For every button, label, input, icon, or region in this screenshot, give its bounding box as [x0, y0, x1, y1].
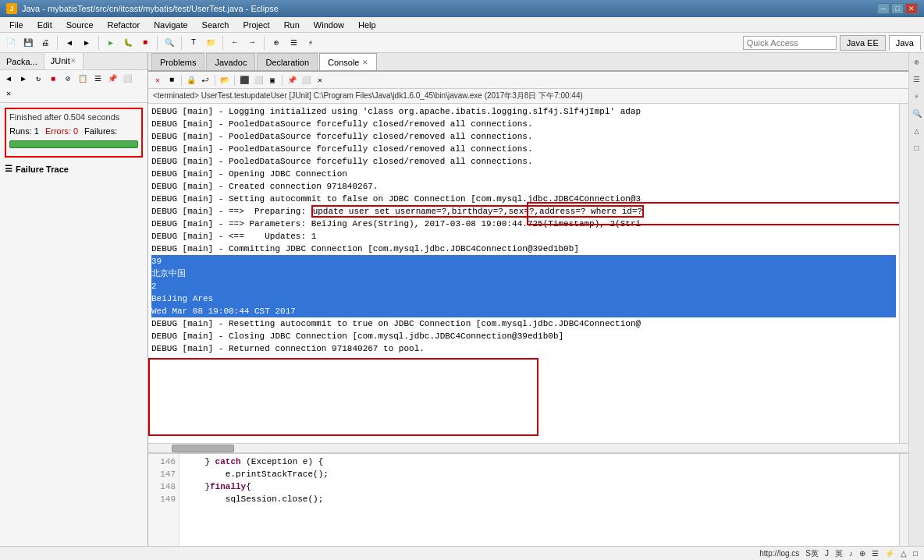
- console-line-18: DEBUG [main] - Resetting autocommit to t…: [151, 317, 896, 330]
- line-num-147: 147: [151, 468, 176, 480]
- console-clear-btn[interactable]: ✕: [151, 74, 164, 87]
- print-button[interactable]: 🖨: [37, 35, 53, 51]
- menu-refactor[interactable]: Refactor: [101, 19, 147, 31]
- console-display-btn2[interactable]: ⬜: [252, 74, 265, 87]
- junit-btn-pin[interactable]: 📌: [105, 72, 119, 86]
- java-ee-perspective-btn[interactable]: Java EE: [840, 35, 886, 51]
- console-max-btn[interactable]: ⬜: [300, 74, 312, 87]
- line-num-149: 149: [151, 493, 176, 505]
- app-window: J Java - mybatisTest/src/cn/itcast/mybat…: [0, 0, 924, 560]
- sidebar-icon-5[interactable]: △: [911, 125, 923, 137]
- console-scrollbar-h[interactable]: [148, 443, 908, 452]
- console-line-20: DEBUG [main] - Returned connection 97184…: [151, 342, 896, 355]
- code-line-147: e.printStackTrace();: [184, 468, 894, 480]
- tab-junit[interactable]: JUnit ✕: [44, 53, 84, 69]
- quick-access-input[interactable]: [743, 36, 837, 50]
- new-button[interactable]: 📄: [3, 35, 19, 51]
- tab-javadoc[interactable]: Javadoc: [206, 53, 255, 70]
- toolbar-btn-misc1[interactable]: ⊕: [268, 35, 284, 51]
- minimize-button[interactable]: ─: [877, 3, 890, 14]
- tab-declaration[interactable]: Declaration: [257, 53, 318, 70]
- title-bar-left: J Java - mybatisTest/src/cn/itcast/mybat…: [6, 3, 279, 14]
- junit-progress-bar: [9, 140, 138, 148]
- code-line-146: } catch (Exception e) {: [184, 455, 894, 468]
- java-perspective-btn[interactable]: Java: [889, 35, 921, 51]
- tab-console[interactable]: Console ✕: [319, 53, 377, 70]
- junit-btn-prev[interactable]: ◀: [2, 72, 16, 86]
- sidebar-icon-4[interactable]: 🔍: [911, 108, 923, 120]
- status-url: http://log.cs: [759, 549, 799, 558]
- left-panel-tab-bar: Packa... JUnit ✕: [0, 53, 147, 70]
- console-toolbar: ✕ ■ 🔒 ⮐ 📂 ⬛ ⬜ ▣ 📌 ⬜ ✕: [148, 72, 908, 89]
- menu-run[interactable]: Run: [278, 19, 306, 31]
- console-pin-btn[interactable]: 📌: [286, 74, 298, 87]
- menu-window[interactable]: Window: [307, 19, 350, 31]
- tab-junit-close[interactable]: ✕: [70, 57, 76, 65]
- junit-btn-layout[interactable]: ☰: [91, 72, 105, 86]
- junit-btn-hist[interactable]: 📋: [76, 72, 90, 86]
- junit-failures: Failures:: [84, 126, 117, 136]
- maximize-button[interactable]: □: [891, 3, 904, 14]
- junit-content: Finished after 0.504 seconds Runs: 1 Err…: [0, 103, 147, 546]
- open-type-button[interactable]: T: [186, 35, 201, 51]
- console-line-6: DEBUG [main] - Opening JDBC Connection: [151, 168, 896, 180]
- console-scrollbar-v[interactable]: [899, 104, 908, 443]
- menu-navigate[interactable]: Navigate: [147, 19, 194, 31]
- stop-button[interactable]: ■: [137, 35, 153, 51]
- junit-btn-refresh[interactable]: ↻: [31, 72, 45, 86]
- line-numbers: 146 147 148 149: [148, 454, 179, 546]
- tab-console-close[interactable]: ✕: [362, 58, 368, 66]
- junit-btn-next[interactable]: ▶: [16, 72, 30, 86]
- back-button[interactable]: ◀: [62, 35, 77, 51]
- junit-btn-filter[interactable]: ⊘: [61, 72, 75, 86]
- junit-btn-max[interactable]: ⬜: [120, 72, 134, 86]
- forward-button[interactable]: ▶: [79, 35, 94, 51]
- code-scrollbar-v[interactable]: [899, 454, 908, 546]
- toolbar-btn-misc3[interactable]: ⚡: [303, 35, 318, 51]
- tab-package-explorer[interactable]: Packa...: [0, 53, 44, 69]
- prev-edit-button[interactable]: ←: [227, 35, 243, 51]
- debug-button[interactable]: 🐛: [120, 35, 136, 51]
- console-line-4: DEBUG [main] - PooledDataSource forceful…: [151, 143, 896, 155]
- menu-search[interactable]: Search: [196, 19, 236, 31]
- code-panel: 146 147 148 149 } catch (Exception e) { …: [148, 452, 908, 546]
- console-output[interactable]: DEBUG [main] - Logging initialized using…: [148, 104, 899, 443]
- console-close-btn[interactable]: ✕: [314, 74, 326, 87]
- console-scrollbar-thumb[interactable]: [172, 445, 234, 452]
- sidebar-icon-3[interactable]: ⚡: [911, 90, 923, 103]
- menu-project[interactable]: Project: [236, 19, 275, 31]
- sidebar-icon-6[interactable]: □: [911, 142, 923, 154]
- console-display-btn1[interactable]: ⬛: [238, 74, 251, 87]
- code-content[interactable]: } catch (Exception e) { e.printStackTrac…: [179, 454, 899, 546]
- junit-btn-stop[interactable]: ■: [46, 72, 60, 86]
- console-display-btn3[interactable]: ▣: [266, 74, 279, 87]
- console-stop-btn[interactable]: ■: [165, 74, 178, 87]
- next-edit-button[interactable]: →: [244, 35, 260, 51]
- run-button[interactable]: ▶: [103, 35, 119, 51]
- line-num-146: 146: [151, 455, 176, 468]
- sidebar-icon-2[interactable]: ☰: [911, 73, 923, 86]
- toolbar-btn-misc2[interactable]: ☰: [286, 35, 301, 51]
- tab-javadoc-label: Javadoc: [215, 58, 247, 67]
- console-line-17: Wed Mar 08 19:00:44 CST 2017: [151, 305, 896, 317]
- save-button[interactable]: 💾: [20, 35, 36, 51]
- menu-file[interactable]: File: [3, 19, 30, 31]
- search-btn[interactable]: 🔍: [162, 35, 177, 51]
- tab-problems[interactable]: Problems: [151, 53, 204, 70]
- close-button[interactable]: ✕: [905, 3, 918, 14]
- console-open-file-btn[interactable]: 📂: [219, 74, 231, 87]
- menu-help[interactable]: Help: [352, 19, 382, 31]
- junit-errors: Errors: 0: [45, 126, 78, 136]
- menu-source[interactable]: Source: [60, 19, 100, 31]
- junit-btn-close[interactable]: ✕: [2, 87, 16, 101]
- console-word-wrap-btn[interactable]: ⮐: [199, 74, 211, 87]
- console-tab-bar: Problems Javadoc Declaration Console ✕: [148, 53, 908, 72]
- tab-declaration-label: Declaration: [265, 58, 309, 67]
- console-line-19: DEBUG [main] - Closing JDBC Connection […: [151, 330, 896, 342]
- open-resource-button[interactable]: 📁: [203, 35, 219, 51]
- sidebar-icon-1[interactable]: ⊕: [911, 56, 923, 69]
- console-sep-4: [282, 75, 283, 86]
- console-scroll-lock-btn[interactable]: 🔒: [185, 74, 197, 87]
- quick-access-area: Java EE Java: [743, 35, 921, 51]
- menu-edit[interactable]: Edit: [31, 19, 59, 31]
